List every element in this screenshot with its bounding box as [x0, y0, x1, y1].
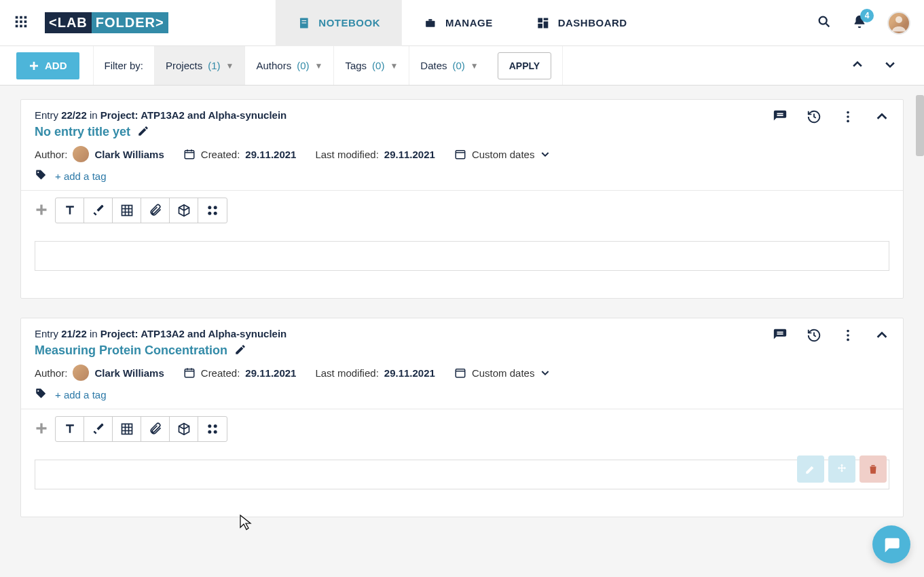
add-button[interactable]: ADD [16, 52, 79, 79]
svg-rect-53 [37, 427, 47, 429]
entry-card: Entry 22/22 in Project: ATP13A2 and Alph… [20, 99, 904, 299]
author-name: Clark Williams [94, 149, 164, 160]
top-bar: <LAB FOLDER> NOTEBOOK MANAGE DASHBOARD 4 [0, 0, 924, 46]
entry-title[interactable]: Measuring Protein Concentration [35, 343, 227, 358]
entry-title[interactable]: No entry title yet [35, 125, 130, 139]
filter-projects[interactable]: Projects (1) ▼ [154, 46, 244, 85]
entry-in: in [87, 109, 100, 121]
modified-label: Last modified: [315, 367, 378, 379]
modified-block: Last modified: 29.11.2021 [315, 367, 435, 379]
move-content-icon[interactable] [828, 455, 855, 483]
tab-dashboard[interactable]: DASHBOARD [515, 0, 649, 46]
entry-body [21, 230, 903, 298]
comment-icon[interactable] [773, 109, 788, 126]
svg-point-59 [208, 424, 211, 428]
scrollbar[interactable] [916, 95, 924, 156]
chat-fab[interactable] [872, 525, 910, 563]
cube-tool-icon[interactable] [170, 198, 198, 223]
user-avatar[interactable] [887, 12, 910, 35]
more-icon[interactable] [840, 109, 855, 126]
attachment-tool-icon[interactable] [141, 417, 170, 441]
search-icon[interactable] [817, 14, 832, 31]
apply-button[interactable]: APPLY [498, 52, 551, 79]
entry-toolbar [21, 190, 903, 230]
content-area[interactable] [35, 241, 889, 271]
tag-row: + add a tag [35, 169, 889, 183]
more-icon[interactable] [840, 328, 855, 345]
author-block: Author: Clark Williams [35, 365, 164, 381]
collapse-entry-icon[interactable] [874, 109, 889, 126]
bell-icon[interactable]: 4 [852, 14, 867, 31]
text-tool-icon[interactable] [56, 198, 84, 223]
custom-dates-button[interactable]: Custom dates [454, 367, 551, 379]
author-label: Author: [35, 149, 67, 160]
highlight-tool-icon[interactable] [84, 417, 113, 441]
chevron-down-icon [540, 367, 551, 378]
filter-authors-label: Authors [256, 60, 291, 71]
tag-row: + add a tag [35, 388, 889, 402]
history-icon[interactable] [807, 328, 821, 345]
attachment-tool-icon[interactable] [141, 198, 170, 223]
custom-dates-label: Custom dates [472, 367, 535, 379]
highlight-tool-icon[interactable] [84, 198, 113, 223]
custom-dates-button[interactable]: Custom dates [454, 148, 551, 160]
apps-tool-icon[interactable] [198, 198, 227, 223]
tab-dashboard-label: DASHBOARD [558, 17, 627, 29]
created-block: Created: 29.11.2021 [183, 367, 297, 379]
table-tool-icon[interactable] [113, 198, 141, 223]
chevron-down-icon [540, 149, 551, 160]
entry-in: in [87, 328, 100, 339]
filter-projects-label: Projects [166, 60, 202, 71]
svg-rect-12 [426, 20, 435, 26]
logo[interactable]: <LAB FOLDER> [45, 12, 168, 33]
notification-badge: 4 [860, 9, 874, 22]
collapse-entry-icon[interactable] [874, 328, 889, 345]
edit-title-icon[interactable] [234, 343, 246, 358]
entry-prefix: Entry [35, 109, 61, 121]
cube-tool-icon[interactable] [170, 417, 198, 441]
svg-point-60 [214, 424, 217, 428]
filter-tags[interactable]: Tags (0) ▼ [333, 46, 409, 85]
text-tool-icon[interactable] [56, 417, 84, 441]
history-icon[interactable] [807, 109, 821, 126]
entry-breadcrumb: Entry 22/22 in Project: ATP13A2 and Alph… [35, 109, 889, 121]
modified-block: Last modified: 29.11.2021 [315, 149, 435, 160]
filter-dates-count: (0) [452, 60, 464, 71]
edit-content-icon[interactable] [797, 455, 824, 483]
svg-rect-6 [16, 25, 18, 28]
created-block: Created: 29.11.2021 [183, 148, 297, 160]
tab-manage[interactable]: MANAGE [402, 0, 515, 46]
author-block: Author: Clark Williams [35, 146, 164, 162]
filter-dates[interactable]: Dates (0) ▼ [409, 46, 489, 85]
edit-title-icon[interactable] [137, 125, 149, 139]
entry-card: Entry 21/22 in Project: ATP13A2 and Alph… [20, 318, 904, 517]
comment-icon[interactable] [773, 328, 788, 345]
modified-date: 29.11.2021 [384, 367, 435, 379]
content-area[interactable] [35, 460, 889, 489]
add-element-icon[interactable] [35, 422, 48, 437]
svg-point-29 [847, 111, 849, 114]
toolbar-group [55, 198, 227, 223]
svg-point-18 [819, 17, 827, 24]
filter-by-label: Filter by: [93, 46, 155, 85]
author-label: Author: [35, 367, 67, 379]
apps-icon[interactable] [14, 14, 29, 31]
add-tag-link[interactable]: + add a tag [55, 170, 106, 182]
table-tool-icon[interactable] [113, 417, 141, 441]
main-tabs: NOTEBOOK MANAGE DASHBOARD [275, 0, 648, 46]
delete-content-icon[interactable] [860, 455, 887, 483]
svg-rect-0 [16, 16, 18, 19]
apps-tool-icon[interactable] [198, 417, 227, 441]
svg-point-61 [208, 430, 211, 434]
logo-lab: <LAB [45, 12, 92, 33]
add-tag-link[interactable]: + add a tag [55, 389, 106, 401]
add-element-icon[interactable] [35, 203, 48, 219]
filter-authors[interactable]: Authors (0) ▼ [244, 46, 333, 85]
svg-rect-8 [24, 25, 27, 28]
created-date: 29.11.2021 [245, 367, 296, 379]
tab-notebook[interactable]: NOTEBOOK [275, 0, 402, 46]
collapse-up-icon[interactable] [851, 58, 864, 73]
filter-authors-count: (0) [297, 60, 309, 71]
expand-down-icon[interactable] [883, 58, 897, 73]
toolbar-group [55, 416, 227, 442]
